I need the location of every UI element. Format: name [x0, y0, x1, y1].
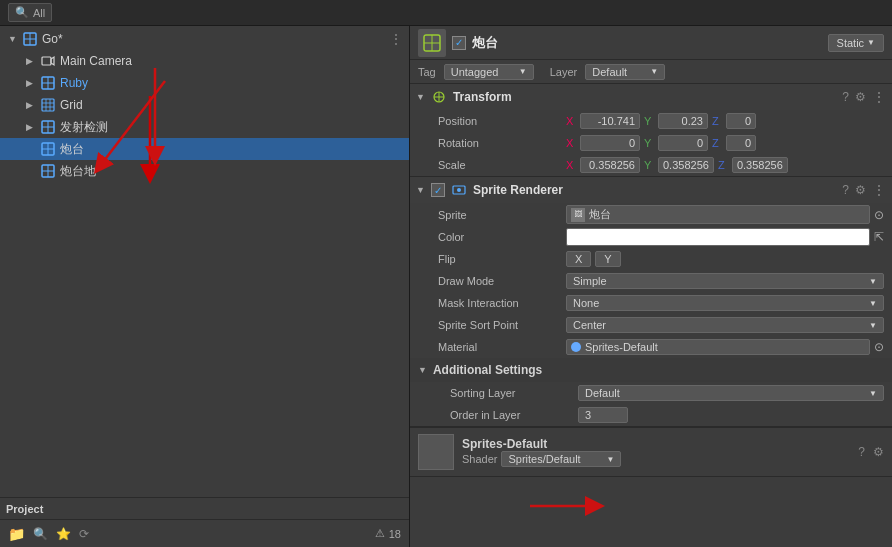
layer-dropdown[interactable]: Default ▼ [585, 64, 665, 80]
object-name[interactable]: 炮台 [472, 34, 822, 52]
hierarchy-item-grid[interactable]: ▶ Grid [0, 94, 409, 116]
additional-settings-header[interactable]: ▼ Additional Settings [410, 358, 892, 382]
static-button[interactable]: Static ▼ [828, 34, 884, 52]
search-icon: 🔍 [15, 6, 29, 19]
expand-arrow: ▼ [8, 34, 22, 44]
layer-label: Layer [550, 66, 578, 78]
transform-header[interactable]: ▼ Transform ? ⚙ ⋮ [410, 84, 892, 110]
sprite-field-label: Sprite [438, 209, 558, 221]
sr-help-icon[interactable]: ? [842, 183, 849, 197]
transform-settings-icon[interactable]: ⚙ [855, 90, 866, 104]
sprite-sort-arrow: ▼ [869, 321, 877, 330]
position-row: Position X -10.741 Y 0.23 Z 0 [410, 110, 892, 132]
sorting-layer-arrow: ▼ [869, 389, 877, 398]
sprites-default-section: Sprites-Default Shader Sprites/Default ▼… [410, 427, 892, 477]
tag-arrow: ▼ [519, 67, 527, 76]
position-y-field[interactable]: 0.23 [658, 113, 708, 129]
scale-y-field[interactable]: 0.358256 [658, 157, 714, 173]
sorting-layer-dropdown[interactable]: Default ▼ [578, 385, 884, 401]
material-dot-icon [571, 342, 581, 352]
tag-dropdown[interactable]: Untagged ▼ [444, 64, 534, 80]
color-expand-icon[interactable]: ⇱ [874, 230, 884, 244]
material-value-field[interactable]: Sprites-Default [566, 339, 870, 355]
rotation-x-field[interactable]: 0 [580, 135, 640, 151]
flip-x-button[interactable]: X [566, 251, 591, 267]
hierarchy-item-cannon-ground[interactable]: 炮台地 [0, 160, 409, 182]
scale-x-field[interactable]: 0.358256 [580, 157, 640, 173]
static-dropdown-arrow: ▼ [867, 38, 875, 47]
expand-arrow: ▶ [26, 78, 40, 88]
scale-label: Scale [438, 159, 558, 171]
sprite-default-info: Sprites-Default Shader Sprites/Default ▼ [462, 437, 850, 467]
camera-icon [40, 53, 56, 69]
sprite-thumb-icon: 🖼 [571, 208, 585, 222]
rotation-row: Rotation X 0 Y 0 Z 0 [410, 132, 892, 154]
tag-layer-row: Tag Untagged ▼ Layer Default ▼ [410, 60, 892, 84]
hierarchy-item-test[interactable]: ▶ 发射检测 [0, 116, 409, 138]
sr-expand: ▼ [416, 185, 425, 195]
material-label: Material [438, 341, 558, 353]
obj-icon [418, 29, 446, 57]
rotation-y-field[interactable]: 0 [658, 135, 708, 151]
x-axis-label: X [566, 115, 576, 127]
material-select-icon[interactable]: ⊙ [874, 340, 884, 354]
svg-rect-3 [42, 57, 51, 65]
sr-enable-checkbox[interactable]: ✓ [431, 183, 445, 197]
sprite-settings-icon[interactable]: ⚙ [873, 445, 884, 459]
position-label: Position [438, 115, 558, 127]
sprite-value-text: 炮台 [589, 207, 611, 222]
sprite-default-thumb [418, 434, 454, 470]
material-row: Material Sprites-Default ⊙ [410, 336, 892, 358]
hierarchy-item-label: Main Camera [60, 54, 132, 68]
project-star-icon[interactable]: ⭐ [56, 527, 71, 541]
sprite-sort-row: Sprite Sort Point Center ▼ [410, 314, 892, 336]
position-z-field[interactable]: 0 [726, 113, 756, 129]
sprite-help-icon[interactable]: ? [858, 445, 865, 459]
hierarchy-item-main-camera[interactable]: ▶ Main Camera [0, 50, 409, 72]
hierarchy-item-cannon[interactable]: 炮台 [0, 138, 409, 160]
svg-rect-8 [42, 99, 54, 111]
transform-component: ▼ Transform ? ⚙ ⋮ Position X [410, 84, 892, 177]
sprite-value-field[interactable]: 🖼 炮台 [566, 205, 870, 224]
search-bar[interactable]: 🔍 All [8, 3, 52, 22]
transform-more-icon[interactable]: ⋮ [872, 89, 886, 105]
color-value-field[interactable] [566, 228, 870, 246]
scale-z-field[interactable]: 0.358256 [732, 157, 788, 173]
sprite-renderer-header[interactable]: ▼ ✓ Sprite Renderer ? ⚙ ⋮ [410, 177, 892, 203]
hierarchy-item-label: Ruby [60, 76, 88, 90]
shader-dropdown[interactable]: Sprites/Default ▼ [501, 451, 621, 467]
y-axis-label: Y [644, 115, 654, 127]
z-axis-label: Z [712, 115, 722, 127]
sr-icon [451, 182, 467, 198]
mask-interaction-dropdown[interactable]: None ▼ [566, 295, 884, 311]
hierarchy-item-go[interactable]: ▼ Go* ⋮ [0, 28, 409, 50]
sorting-layer-value: Default [585, 387, 620, 399]
sr-settings-icon[interactable]: ⚙ [855, 183, 866, 197]
rz-axis-label: Z [712, 137, 722, 149]
mask-interaction-label: Mask Interaction [438, 297, 558, 309]
draw-mode-value: Simple [573, 275, 607, 287]
shader-value: Sprites/Default [508, 453, 580, 465]
flip-y-button[interactable]: Y [595, 251, 620, 267]
project-refresh-icon[interactable]: ⟳ [79, 527, 89, 541]
ruby-icon [40, 75, 56, 91]
project-add-folder-icon[interactable]: 📁 [8, 526, 25, 542]
enable-checkbox[interactable]: ✓ [452, 36, 466, 50]
position-x-field[interactable]: -10.741 [580, 113, 640, 129]
transform-title: Transform [453, 90, 836, 104]
draw-mode-dropdown[interactable]: Simple ▼ [566, 273, 884, 289]
layer-value: Default [592, 66, 627, 78]
order-in-layer-field[interactable]: 3 [578, 407, 628, 423]
transform-help-icon[interactable]: ? [842, 90, 849, 104]
sr-more-icon[interactable]: ⋮ [872, 182, 886, 198]
expand-arrow: ▶ [26, 122, 40, 132]
ground-icon [40, 163, 56, 179]
draw-mode-row: Draw Mode Simple ▼ [410, 270, 892, 292]
hierarchy-item-ruby[interactable]: ▶ Ruby [0, 72, 409, 94]
kebab-menu[interactable]: ⋮ [389, 31, 403, 47]
sprite-select-icon[interactable]: ⊙ [874, 208, 884, 222]
project-search-icon[interactable]: 🔍 [33, 527, 48, 541]
rotation-z-field[interactable]: 0 [726, 135, 756, 151]
project-panel-header: Project [0, 498, 409, 520]
sprite-sort-dropdown[interactable]: Center ▼ [566, 317, 884, 333]
